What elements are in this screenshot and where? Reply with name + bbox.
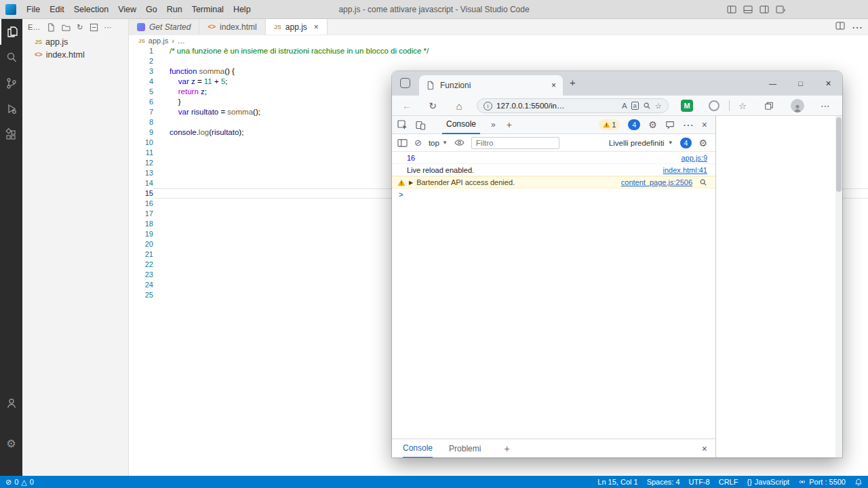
translate-icon[interactable]: a (631, 102, 639, 110)
menu-edit[interactable]: Edit (45, 5, 69, 14)
menu-run[interactable]: Run (162, 5, 187, 14)
toggle-panel-icon[interactable] (743, 5, 753, 14)
console-prompt[interactable]: > (392, 188, 715, 201)
search-icon[interactable] (0, 45, 22, 70)
extension-icon[interactable] (708, 96, 720, 116)
file-item-app-js[interactable]: JS app.js (22, 35, 128, 48)
source-link[interactable]: index.html:41 (663, 166, 707, 174)
menu-help[interactable]: Help (229, 5, 256, 14)
explorer-icon[interactable] (0, 19, 22, 45)
messages-count-badge[interactable]: 4 (680, 138, 692, 148)
console-sidebar-icon[interactable] (397, 138, 408, 148)
code-line-2[interactable]: 2 (129, 56, 868, 66)
close-window-icon[interactable]: × (814, 71, 842, 96)
source-control-icon[interactable] (0, 70, 22, 96)
device-toolbar-icon[interactable] (416, 120, 426, 130)
cursor-position[interactable]: Ln 15, Col 1 (597, 478, 637, 486)
code-line-1[interactable]: 1/* una funzione è un insieme di istruzi… (129, 46, 868, 56)
warnings-badge[interactable]: 1 (599, 119, 620, 130)
toggle-sidebar-icon[interactable] (727, 5, 736, 14)
favorites-icon[interactable]: ☆ (736, 96, 749, 116)
close-devtools-icon[interactable]: × (702, 119, 707, 130)
extensions-icon[interactable] (0, 122, 22, 148)
menu-view[interactable]: View (113, 5, 141, 14)
language-mode[interactable]: {} JavaScript (747, 478, 789, 486)
menu-go[interactable]: Go (141, 5, 162, 14)
expand-icon[interactable]: ▶ (409, 180, 413, 186)
menu-terminal[interactable]: Terminal (187, 5, 229, 14)
search-source-icon[interactable] (699, 178, 707, 186)
add-favorite-icon[interactable]: ☆ (655, 101, 662, 110)
page-scrollbar[interactable] (835, 116, 842, 458)
more-editor-actions-icon[interactable]: ⋯ (852, 21, 863, 34)
new-file-icon[interactable] (46, 22, 55, 32)
refresh-icon[interactable]: ↻ (427, 96, 438, 116)
menu-selection[interactable]: Selection (69, 5, 113, 14)
notifications-bell-icon[interactable] (854, 478, 863, 487)
address-bar[interactable]: i 127.0.0.1:5500/in… A a ☆ (477, 98, 669, 113)
eol-sequence[interactable]: CRLF (719, 478, 738, 486)
refresh-explorer-icon[interactable]: ↻ (77, 23, 83, 32)
add-tool-icon[interactable]: + (507, 119, 512, 130)
collapse-all-icon[interactable] (90, 23, 98, 32)
profile-avatar[interactable] (791, 96, 804, 116)
close-drawer-icon[interactable]: × (702, 443, 707, 454)
feedback-icon[interactable] (665, 120, 675, 129)
console-filter-input[interactable] (471, 137, 559, 149)
customize-layout-icon[interactable] (776, 5, 787, 14)
close-browser-tab-icon[interactable]: × (551, 81, 556, 90)
tab-get-started[interactable]: Get Started (129, 19, 199, 35)
site-info-icon[interactable]: i (484, 102, 492, 110)
zoom-icon[interactable] (643, 102, 651, 110)
more-actions-icon[interactable]: ⋯ (104, 23, 112, 32)
browser-tab-funzioni[interactable]: Funzioni × (419, 75, 563, 96)
menu-file[interactable]: File (22, 5, 45, 14)
log-levels-dropdown[interactable]: Livelli predefiniti ▼ (609, 139, 673, 147)
run-debug-icon[interactable] (0, 96, 22, 122)
source-link[interactable]: app.js:9 (681, 154, 707, 162)
error-count[interactable]: 0 (14, 478, 18, 486)
drawer-tab-console[interactable]: Console (403, 439, 433, 458)
console-empty-area[interactable] (392, 201, 715, 439)
close-tab-icon[interactable]: × (314, 22, 319, 32)
more-tabs-icon[interactable]: » (491, 120, 496, 129)
home-icon[interactable]: ⌂ (454, 96, 465, 116)
devtools-settings-icon[interactable]: ⚙ (648, 119, 657, 130)
tab-app-js[interactable]: JS app.js × (266, 19, 328, 35)
clear-console-icon[interactable]: ⊘ (414, 138, 422, 148)
new-tab-icon[interactable]: + (570, 77, 576, 88)
scrollbar-thumb[interactable] (836, 117, 842, 192)
account-icon[interactable] (0, 390, 22, 416)
read-aloud-icon[interactable]: A (622, 102, 627, 110)
back-icon[interactable]: ← (401, 96, 412, 116)
live-server-port[interactable]: Port : 5500 (798, 478, 846, 486)
tab-index-html[interactable]: <> index.html (199, 19, 265, 35)
customize-devtools-icon[interactable]: ⋯ (683, 119, 694, 131)
extension-m-icon[interactable]: M (681, 100, 693, 112)
file-item-index-html[interactable]: <> index.html (22, 48, 128, 61)
encoding[interactable]: UTF-8 (689, 478, 710, 486)
split-editor-icon[interactable] (835, 21, 845, 33)
add-drawer-tool-icon[interactable]: + (504, 443, 509, 454)
live-expression-eye-icon[interactable] (454, 138, 465, 147)
settings-more-icon[interactable]: ⋯ (819, 96, 831, 116)
drawer-tab-problems[interactable]: Problemi (449, 439, 481, 458)
warnings-icon[interactable]: △ (21, 478, 26, 487)
indentation[interactable]: Spaces: 4 (647, 478, 680, 486)
messages-badge[interactable]: 4 (628, 119, 640, 130)
maximize-icon[interactable]: □ (787, 71, 814, 96)
console-settings-icon[interactable]: ⚙ (698, 138, 707, 148)
source-link[interactable]: content_page.js:2506 (621, 178, 692, 186)
inspect-element-icon[interactable] (397, 120, 408, 130)
console-warning-row[interactable]: ▶ Bartender API access denied. content_p… (392, 176, 715, 188)
collections-icon[interactable] (762, 96, 776, 116)
breadcrumb[interactable]: JS app.js › … (129, 35, 868, 46)
js-context-selector[interactable]: top ▼ (429, 139, 448, 147)
warning-count[interactable]: 0 (30, 478, 34, 486)
minimize-icon[interactable]: — (759, 71, 787, 96)
toggle-secondary-sidebar-icon[interactable] (760, 5, 769, 14)
new-folder-icon[interactable] (61, 23, 71, 32)
settings-gear-icon[interactable]: ⚙ (0, 431, 22, 457)
errors-icon[interactable]: ⊘ (5, 478, 12, 487)
devtools-tab-console[interactable]: Console (442, 116, 480, 134)
